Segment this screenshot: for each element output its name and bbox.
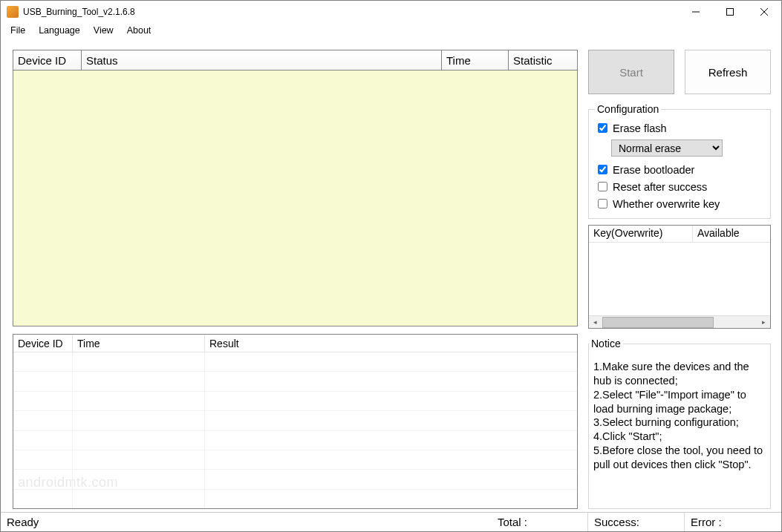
device-list-col-time[interactable]: Time bbox=[442, 50, 509, 70]
refresh-button[interactable]: Refresh bbox=[685, 50, 771, 94]
erase-mode-select[interactable]: Normal erase bbox=[611, 139, 723, 157]
svg-rect-1 bbox=[727, 9, 734, 16]
erase-flash-row[interactable]: Erase flash bbox=[595, 119, 764, 137]
configuration-legend: Configuration bbox=[595, 103, 661, 115]
erase-flash-label: Erase flash bbox=[613, 122, 667, 134]
configuration-group: Configuration Erase flash Normal erase E… bbox=[588, 103, 771, 219]
reset-after-label: Reset after success bbox=[613, 181, 707, 193]
log-listview[interactable]: Device ID Time Result bbox=[13, 334, 578, 509]
window-title: USB_Burning_Tool_v2.1.6.8 bbox=[23, 7, 135, 17]
titlebar: USB_Burning_Tool_v2.1.6.8 bbox=[1, 1, 781, 23]
close-icon bbox=[760, 8, 768, 16]
notice-line: 5.Before close the tool, you need to pul… bbox=[593, 444, 766, 472]
notice-text: 1.Make sure the devices and the hub is c… bbox=[589, 349, 770, 472]
erase-bootloader-checkbox[interactable] bbox=[598, 165, 607, 174]
device-list-body bbox=[13, 70, 577, 326]
statusbar: Ready Total : Success: Error : bbox=[1, 512, 781, 531]
scroll-left-icon[interactable]: ◂ bbox=[589, 316, 602, 329]
key-list-body bbox=[589, 243, 770, 315]
device-list-col-deviceid[interactable]: Device ID bbox=[13, 50, 82, 70]
menu-view[interactable]: View bbox=[87, 24, 120, 37]
log-col-deviceid[interactable]: Device ID bbox=[13, 335, 73, 352]
close-button[interactable] bbox=[747, 1, 781, 23]
reset-after-checkbox[interactable] bbox=[598, 182, 607, 191]
erase-flash-checkbox[interactable] bbox=[598, 123, 607, 133]
app-icon bbox=[7, 6, 19, 18]
status-total: Total : bbox=[492, 513, 588, 531]
log-col-result[interactable]: Result bbox=[205, 335, 577, 352]
log-list-body bbox=[13, 352, 577, 508]
maximize-icon bbox=[726, 8, 734, 16]
notice-group: Notice 1.Make sure the devices and the h… bbox=[588, 338, 771, 509]
erase-bootloader-row[interactable]: Erase bootloader bbox=[595, 161, 764, 178]
key-listview[interactable]: Key(Overwrite) Available ◂ ▸ bbox=[588, 225, 771, 329]
minimize-icon bbox=[692, 8, 700, 16]
key-col-key[interactable]: Key(Overwrite) bbox=[589, 226, 693, 243]
notice-line: 1.Make sure the devices and the hub is c… bbox=[593, 360, 766, 388]
log-list-header: Device ID Time Result bbox=[13, 335, 577, 352]
overwrite-key-checkbox[interactable] bbox=[598, 199, 607, 208]
overwrite-key-label: Whether overwrite key bbox=[613, 198, 720, 210]
status-ready: Ready bbox=[1, 513, 492, 531]
device-listview[interactable]: Device ID Status Time Statistic bbox=[13, 50, 578, 326]
menu-language[interactable]: Language bbox=[32, 24, 87, 37]
key-col-available[interactable]: Available bbox=[693, 226, 770, 243]
status-success: Success: bbox=[588, 513, 685, 531]
reset-after-row[interactable]: Reset after success bbox=[595, 178, 764, 195]
notice-line: 2.Select "File"-"Import image" to load b… bbox=[593, 388, 766, 416]
device-list-col-status[interactable]: Status bbox=[82, 50, 442, 70]
device-list-col-statistic[interactable]: Statistic bbox=[509, 50, 577, 70]
scroll-thumb[interactable] bbox=[602, 317, 714, 328]
erase-bootloader-label: Erase bootloader bbox=[613, 164, 694, 176]
overwrite-key-row[interactable]: Whether overwrite key bbox=[595, 195, 764, 212]
menu-file[interactable]: File bbox=[4, 24, 32, 37]
maximize-button[interactable] bbox=[713, 1, 747, 23]
notice-line: 4.Click "Start"; bbox=[593, 430, 766, 444]
device-list-header: Device ID Status Time Statistic bbox=[13, 50, 577, 70]
start-button[interactable]: Start bbox=[588, 50, 674, 94]
menubar: File Language View About bbox=[1, 23, 781, 38]
key-hscrollbar[interactable]: ◂ ▸ bbox=[589, 315, 770, 328]
notice-legend: Notice bbox=[589, 338, 623, 349]
notice-line: 3.Select burning configuration; bbox=[593, 416, 766, 430]
scroll-right-icon[interactable]: ▸ bbox=[757, 316, 770, 329]
minimize-button[interactable] bbox=[679, 1, 713, 23]
log-col-time[interactable]: Time bbox=[73, 335, 205, 352]
menu-about[interactable]: About bbox=[120, 24, 158, 37]
status-error: Error : bbox=[685, 513, 781, 531]
